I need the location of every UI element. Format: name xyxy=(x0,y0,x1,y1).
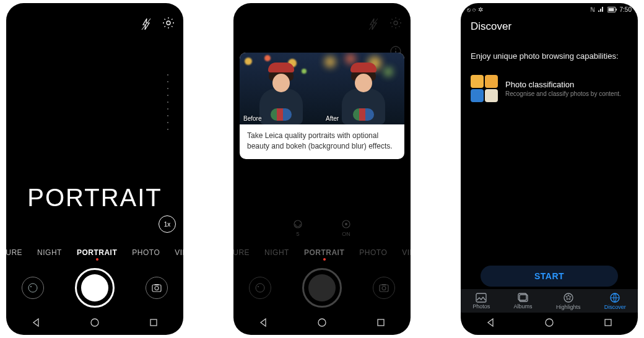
after-image: After xyxy=(322,53,404,124)
feature-subtitle: Recognise and classify photos by content… xyxy=(505,90,621,97)
gallery-thumbnail-button xyxy=(249,277,271,299)
start-button[interactable]: START xyxy=(481,266,618,287)
portrait-mode-tip-card[interactable]: Before After Take Leica quality portrait… xyxy=(240,53,404,159)
zoom-scale-indicator xyxy=(167,74,168,130)
gallery-thumbnail-button[interactable] xyxy=(22,277,44,299)
svg-rect-24 xyxy=(378,319,384,326)
settings-icon xyxy=(389,17,402,29)
svg-point-20 xyxy=(258,286,259,287)
status-left-icons: ⎋ ⟳ ✲ xyxy=(467,6,483,13)
camera-app-tutorial-popup: Before After Take Leica quality portrait… xyxy=(233,3,411,335)
svg-point-23 xyxy=(318,319,326,326)
feature-intro-text: Enjoy unique photo browsing capabilities… xyxy=(471,51,628,61)
svg-point-8 xyxy=(155,287,159,290)
status-bar: ⎋ ⟳ ✲ ℕ 7:50 xyxy=(461,4,638,14)
tab-discover[interactable]: Discover xyxy=(604,292,626,310)
flash-icon[interactable] xyxy=(141,18,151,30)
classification-icon xyxy=(471,75,498,102)
gallery-discover-screen: ⎋ ⟳ ✲ ℕ 7:50 Discover Enjoy unique photo… xyxy=(461,3,638,335)
shutter-row xyxy=(233,267,411,309)
mode-aperture[interactable]: ERTURE xyxy=(6,248,22,257)
zoom-badge[interactable]: 1x xyxy=(159,215,176,233)
svg-point-9 xyxy=(91,319,98,326)
signal-icon xyxy=(598,6,605,12)
page-title: Discover xyxy=(471,20,511,33)
mode-photo: PHOTO xyxy=(359,248,387,257)
nav-home-icon[interactable] xyxy=(317,318,327,330)
svg-point-6 xyxy=(30,286,32,287)
mode-night: NIGHT xyxy=(264,248,289,257)
feature-title: Photo classification xyxy=(505,80,621,89)
tip-text: Take Leica quality portraits with option… xyxy=(240,124,404,159)
svg-rect-21 xyxy=(380,285,388,292)
shutter-button xyxy=(302,268,342,308)
android-nav-bar xyxy=(233,313,411,335)
mode-aperture: ERTURE xyxy=(233,248,250,257)
svg-rect-28 xyxy=(476,293,486,302)
mode-portrait: PORTRAIT xyxy=(304,248,344,257)
after-label: After xyxy=(326,115,339,122)
svg-point-22 xyxy=(382,287,386,290)
feature-classification[interactable]: Photo classification Recognise and class… xyxy=(471,75,628,102)
svg-rect-34 xyxy=(605,319,611,326)
tab-highlights[interactable]: Highlights xyxy=(556,292,581,310)
switch-camera-button xyxy=(373,277,395,299)
before-label: Before xyxy=(243,115,261,122)
camera-top-bar xyxy=(6,15,183,34)
nav-back-icon[interactable] xyxy=(31,318,41,330)
before-image: Before xyxy=(240,53,322,124)
svg-point-33 xyxy=(546,319,553,326)
tab-albums[interactable]: Albums xyxy=(514,293,533,310)
mode-strip: ERTURE NIGHT PORTRAIT PHOTO VIDEO xyxy=(233,243,411,262)
nav-recents-icon[interactable] xyxy=(149,318,159,330)
svg-point-5 xyxy=(28,284,37,292)
shutter-button[interactable] xyxy=(75,268,115,308)
nav-back-icon[interactable] xyxy=(485,318,495,330)
mode-video: VIDEO xyxy=(402,248,411,257)
camera-top-bar xyxy=(233,15,411,34)
mode-night[interactable]: NIGHT xyxy=(37,248,62,257)
svg-point-19 xyxy=(256,284,264,292)
switch-camera-button[interactable] xyxy=(146,277,168,299)
nav-back-icon[interactable] xyxy=(258,318,268,330)
nav-recents-icon[interactable] xyxy=(603,318,613,330)
nav-home-icon[interactable] xyxy=(544,318,554,330)
mode-portrait[interactable]: PORTRAIT xyxy=(77,248,117,257)
mode-hero-label: PORTRAIT xyxy=(6,184,183,212)
nfc-icon: ℕ xyxy=(590,6,595,13)
tab-photos[interactable]: Photos xyxy=(472,293,490,310)
camera-app-portrait-screen: 1x PORTRAIT ERTURE NIGHT PORTRAIT PHOTO … xyxy=(6,3,183,335)
battery-icon xyxy=(607,7,617,12)
svg-point-14 xyxy=(395,48,396,50)
nav-recents-icon[interactable] xyxy=(376,318,386,330)
svg-point-1 xyxy=(167,21,170,25)
mode-photo[interactable]: PHOTO xyxy=(132,248,160,257)
portrait-controls: 5 ON xyxy=(233,217,411,238)
svg-point-18 xyxy=(345,223,347,225)
svg-rect-10 xyxy=(150,319,157,326)
svg-rect-26 xyxy=(608,8,614,11)
nav-home-icon[interactable] xyxy=(90,318,100,330)
android-nav-bar xyxy=(461,313,638,335)
mode-strip[interactable]: ERTURE NIGHT PORTRAIT PHOTO VIDEO xyxy=(6,243,183,262)
shutter-row xyxy=(6,267,183,309)
beauty-control: 5 xyxy=(292,219,303,237)
mode-video[interactable]: VIDEO xyxy=(175,248,183,257)
viewfinder[interactable]: 1x PORTRAIT xyxy=(6,40,183,239)
settings-icon[interactable] xyxy=(162,17,175,29)
bokeh-control: ON xyxy=(341,219,352,237)
svg-point-12 xyxy=(394,21,398,25)
flash-icon xyxy=(368,18,378,30)
before-after-row: Before After xyxy=(240,53,404,124)
svg-rect-7 xyxy=(152,285,161,292)
android-nav-bar xyxy=(6,313,183,335)
gallery-tab-bar: Photos Albums Highlights Discover xyxy=(461,289,638,313)
clock-text: 7:50 xyxy=(620,6,632,13)
svg-rect-27 xyxy=(616,9,617,11)
